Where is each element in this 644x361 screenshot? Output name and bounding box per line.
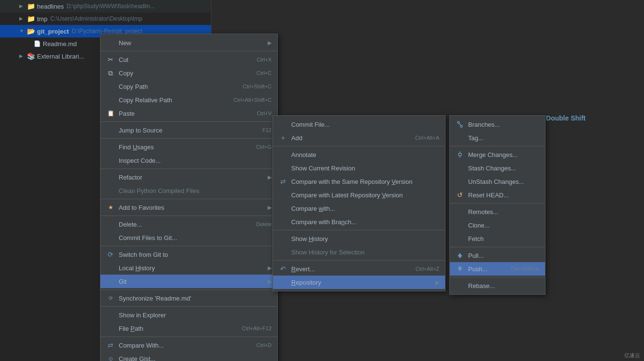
menu-item-inspect-code[interactable]: Inspect Code... xyxy=(100,154,277,167)
menu-item-compare-branch[interactable]: Compare with Branch... xyxy=(273,215,445,229)
reset-icon: ↺ xyxy=(456,191,464,199)
menu-item-add-favorites[interactable]: ★ Add to Favorites ▶ xyxy=(100,201,277,214)
menu-separator xyxy=(100,168,277,169)
menu-item-stash-changes[interactable]: Stash Changes... xyxy=(450,161,545,175)
menu-item-synchronize[interactable]: ⟳ Synchronize 'Readme.md' xyxy=(100,291,277,305)
menu-item-clone[interactable]: Clone... xyxy=(450,218,545,232)
tree-item-name: headlines xyxy=(37,3,64,10)
svg-rect-7 xyxy=(459,256,461,258)
new-icon xyxy=(106,38,115,47)
menu-item-label: Switch from Git to xyxy=(119,251,272,258)
empty-icon xyxy=(456,164,464,172)
menu-item-find-usages[interactable]: Find Usages Ctrl+G xyxy=(100,140,277,154)
empty-icon xyxy=(456,177,464,186)
menu-item-shortcut: Delete xyxy=(256,221,272,227)
menu-item-tag[interactable]: Tag... xyxy=(450,131,545,144)
menu-item-label: New xyxy=(119,39,264,47)
menu-separator xyxy=(273,260,445,261)
folder-icon: 📂 xyxy=(27,27,35,35)
menu-item-shortcut: Ctrl+C xyxy=(257,70,272,76)
menu-item-copy[interactable]: ⧉ Copy Ctrl+C xyxy=(100,66,277,80)
tree-arrow: ▶ xyxy=(19,3,25,9)
menu-item-label: Clone... xyxy=(468,222,539,229)
menu-item-label: Git xyxy=(119,278,264,285)
menu-item-commit-files[interactable]: Commit Files to Git... xyxy=(100,231,277,244)
menu-item-label: Local History xyxy=(119,265,264,272)
menu-item-switch-git[interactable]: ⟳ Switch from Git to xyxy=(100,248,277,261)
menu-item-add[interactable]: + Add Ctrl+Alt+A xyxy=(273,131,445,144)
empty-icon xyxy=(456,221,464,229)
menu-separator xyxy=(100,216,277,216)
menu-item-paste[interactable]: 📋 Paste Ctrl+V xyxy=(100,107,277,120)
menu-item-compare-with[interactable]: ⇄ Compare With... Ctrl+D xyxy=(100,338,277,352)
empty-icon xyxy=(106,143,115,151)
menu-item-branches[interactable]: Branches... xyxy=(450,118,545,131)
branches-icon xyxy=(456,120,464,129)
menu-item-merge-changes[interactable]: Merge Changes... xyxy=(450,148,545,161)
menu-item-label: Cut xyxy=(119,56,247,63)
menu-item-pull[interactable]: Pull... xyxy=(450,249,545,262)
paste-icon: 📋 xyxy=(106,109,115,118)
menu-separator xyxy=(100,121,277,122)
menu-item-shortcut: F12 xyxy=(262,127,272,133)
menu-item-commit-file[interactable]: Commit File... xyxy=(273,118,445,131)
tree-item-name: git_project xyxy=(37,28,69,35)
empty-icon xyxy=(279,204,287,213)
menu-item-annotate[interactable]: Annotate xyxy=(273,148,445,161)
menu-item-compare-same-repo[interactable]: ⇄ Compare with the Same Repository Versi… xyxy=(273,175,445,188)
context-menu-main: New ▶ ✂ Cut Ctrl+X ⧉ Copy Ctrl+C Copy Pa… xyxy=(100,34,278,361)
menu-item-shortcut: Ctrl+Shift+C xyxy=(243,84,272,89)
empty-icon xyxy=(106,96,115,104)
empty-icon xyxy=(279,234,287,243)
menu-item-create-gist[interactable]: ⊙ Create Gist... xyxy=(100,352,277,361)
svg-line-2 xyxy=(458,123,461,125)
tree-item-tmp[interactable]: ▶ 📁 tmp C:\Users\Administrator\Desktop\t… xyxy=(0,12,211,25)
menu-item-compare-with2[interactable]: Compare with... xyxy=(273,202,445,215)
menu-item-cut[interactable]: ✂ Cut Ctrl+X xyxy=(100,53,277,66)
menu-item-label: Refactor xyxy=(119,174,264,181)
menu-item-git[interactable]: Git ▶ xyxy=(100,275,277,288)
menu-item-show-explorer[interactable]: Show in Explorer xyxy=(100,308,277,322)
menu-item-jump-to-source[interactable]: Jump to Source F12 xyxy=(100,123,277,137)
tree-item-path: C:\Users\Administrator\Desktop\tmp xyxy=(50,15,142,22)
menu-item-new[interactable]: New ▶ xyxy=(100,36,277,49)
folder-icon: 📚 xyxy=(27,52,35,60)
menu-item-show-history[interactable]: Show History xyxy=(273,232,445,245)
menu-item-label: Reset HEAD... xyxy=(468,192,539,199)
menu-item-unstash-changes[interactable]: UnStash Changes... xyxy=(450,175,545,188)
menu-item-file-path[interactable]: File Path Ctrl+Alt+F12 xyxy=(100,322,277,335)
menu-item-shortcut: Ctrl+G xyxy=(256,144,272,150)
svg-point-3 xyxy=(458,153,461,156)
menu-item-refactor[interactable]: Refactor ▶ xyxy=(100,170,277,184)
gist-icon: ⊙ xyxy=(106,354,115,361)
menu-item-local-history[interactable]: Local History ▶ xyxy=(100,261,277,275)
switch-icon: ⟳ xyxy=(106,250,115,259)
menu-item-copy-path[interactable]: Copy Path Ctrl+Shift+C xyxy=(100,80,277,93)
menu-item-show-history-selection: Show History for Selection xyxy=(273,245,445,259)
menu-item-label: Commit Files to Git... xyxy=(119,234,272,241)
menu-item-remotes[interactable]: Remotes... xyxy=(450,205,545,218)
empty-icon xyxy=(456,281,464,290)
menu-item-delete[interactable]: Delete... Delete xyxy=(100,217,277,231)
menu-item-show-current-revision[interactable]: Show Current Revision xyxy=(273,161,445,175)
menu-item-push[interactable]: Push... Ctrl+Shift+K xyxy=(450,262,545,276)
menu-item-reset-head[interactable]: ↺ Reset HEAD... xyxy=(450,188,545,202)
menu-item-label: Commit File... xyxy=(291,121,439,128)
submenu-arrow: ▶ xyxy=(435,279,439,286)
empty-icon xyxy=(279,150,287,159)
menu-item-repository[interactable]: Repository ▶ xyxy=(273,276,445,289)
menu-item-revert[interactable]: ↶ Revert... Ctrl+Alt+Z xyxy=(273,262,445,276)
menu-item-copy-relative-path[interactable]: Copy Relative Path Ctrl+Alt+Shift+C xyxy=(100,93,277,107)
menu-item-compare-latest[interactable]: Compare with Latest Repository Version xyxy=(273,188,445,202)
menu-item-label: Rebase... xyxy=(468,282,539,289)
menu-item-label: Find Usages xyxy=(119,144,247,151)
menu-item-rebase[interactable]: Rebase... xyxy=(450,279,545,292)
empty-icon xyxy=(279,248,287,256)
tree-item-name: External Librari... xyxy=(37,53,84,60)
tree-item-headlines[interactable]: ▶ 📁 headlines D:\phpStudy\WWW\flask\head… xyxy=(0,0,211,12)
empty-icon xyxy=(106,82,115,91)
submenu-arrow: ▶ xyxy=(268,278,272,285)
svg-rect-9 xyxy=(459,266,461,268)
menu-item-label: Add xyxy=(291,134,406,142)
menu-item-fetch[interactable]: Fetch xyxy=(450,232,545,245)
